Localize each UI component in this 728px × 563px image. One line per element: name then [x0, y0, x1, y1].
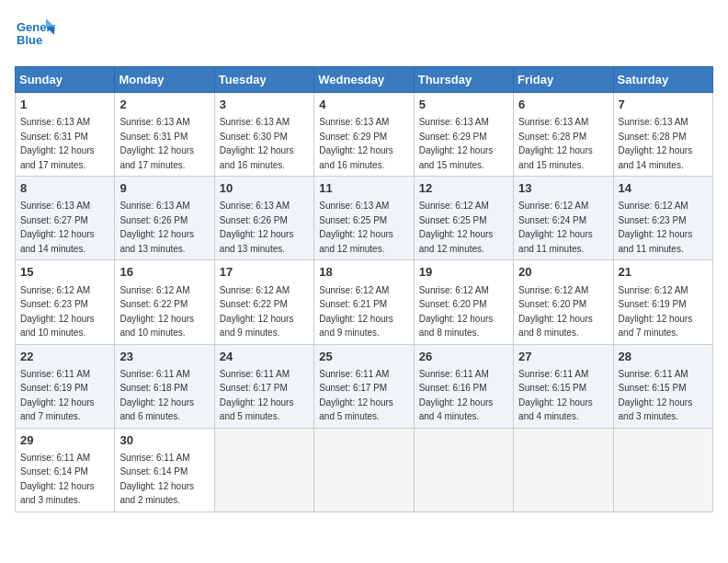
day-info: Sunrise: 6:12 AMSunset: 6:24 PMDaylight:… — [518, 201, 593, 254]
calendar-cell: 6 Sunrise: 6:13 AMSunset: 6:28 PMDayligh… — [514, 93, 613, 177]
day-info: Sunrise: 6:11 AMSunset: 6:14 PMDaylight:… — [119, 453, 194, 506]
day-info: Sunrise: 6:13 AMSunset: 6:29 PMDaylight:… — [319, 117, 393, 170]
calendar-cell — [613, 428, 712, 511]
calendar-cell: 27 Sunrise: 6:11 AMSunset: 6:15 PMDaylig… — [514, 344, 613, 428]
day-info: Sunrise: 6:12 AMSunset: 6:20 PMDaylight:… — [419, 285, 494, 339]
day-info: Sunrise: 6:12 AMSunset: 6:22 PMDaylight:… — [220, 285, 294, 339]
calendar-cell: 2 Sunrise: 6:13 AMSunset: 6:31 PMDayligh… — [115, 93, 214, 177]
calendar-cell — [514, 428, 613, 511]
day-info: Sunrise: 6:12 AMSunset: 6:19 PMDaylight:… — [619, 285, 693, 339]
calendar-table: SundayMondayTuesdayWednesdayThursdayFrid… — [15, 66, 713, 512]
col-header-thursday: Thursday — [414, 67, 513, 93]
calendar-cell: 15 Sunrise: 6:12 AMSunset: 6:23 PMDaylig… — [16, 260, 115, 344]
day-info: Sunrise: 6:11 AMSunset: 6:15 PMDaylight:… — [518, 369, 593, 422]
calendar-week-4: 29 Sunrise: 6:11 AMSunset: 6:14 PMDaylig… — [16, 428, 713, 511]
day-number: 28 — [619, 349, 708, 365]
day-number: 15 — [20, 264, 109, 281]
day-number: 14 — [619, 180, 708, 197]
day-number: 18 — [319, 264, 408, 281]
calendar-cell — [214, 428, 313, 511]
calendar-cell: 25 Sunrise: 6:11 AMSunset: 6:17 PMDaylig… — [314, 344, 414, 428]
day-number: 7 — [619, 97, 708, 113]
day-info: Sunrise: 6:13 AMSunset: 6:31 PMDaylight:… — [119, 117, 194, 170]
day-number: 12 — [419, 180, 508, 197]
calendar-cell: 10 Sunrise: 6:13 AMSunset: 6:26 PMDaylig… — [214, 177, 313, 260]
day-info: Sunrise: 6:12 AMSunset: 6:23 PMDaylight:… — [619, 201, 693, 254]
calendar-cell: 13 Sunrise: 6:12 AMSunset: 6:24 PMDaylig… — [514, 177, 613, 260]
day-number: 17 — [220, 264, 309, 281]
day-number: 13 — [518, 180, 608, 197]
calendar-cell: 11 Sunrise: 6:13 AMSunset: 6:25 PMDaylig… — [314, 177, 414, 260]
day-info: Sunrise: 6:12 AMSunset: 6:23 PMDaylight:… — [20, 285, 95, 339]
day-number: 1 — [20, 97, 109, 113]
day-info: Sunrise: 6:13 AMSunset: 6:26 PMDaylight:… — [220, 201, 294, 254]
calendar-header-row: SundayMondayTuesdayWednesdayThursdayFrid… — [16, 67, 713, 93]
calendar-cell: 30 Sunrise: 6:11 AMSunset: 6:14 PMDaylig… — [115, 428, 214, 511]
calendar-cell — [414, 428, 513, 511]
day-number: 11 — [319, 180, 408, 197]
day-info: Sunrise: 6:11 AMSunset: 6:14 PMDaylight:… — [20, 453, 95, 506]
day-number: 2 — [119, 97, 209, 113]
day-number: 9 — [119, 180, 209, 197]
calendar-cell: 29 Sunrise: 6:11 AMSunset: 6:14 PMDaylig… — [16, 428, 115, 511]
day-info: Sunrise: 6:13 AMSunset: 6:26 PMDaylight:… — [119, 201, 194, 254]
day-info: Sunrise: 6:12 AMSunset: 6:25 PMDaylight:… — [419, 201, 494, 254]
calendar-cell — [314, 428, 414, 511]
day-info: Sunrise: 6:13 AMSunset: 6:29 PMDaylight:… — [419, 117, 494, 170]
day-info: Sunrise: 6:11 AMSunset: 6:15 PMDaylight:… — [619, 369, 693, 422]
day-info: Sunrise: 6:13 AMSunset: 6:30 PMDaylight:… — [220, 117, 294, 170]
calendar-cell: 24 Sunrise: 6:11 AMSunset: 6:17 PMDaylig… — [214, 344, 313, 428]
calendar-week-0: 1 Sunrise: 6:13 AMSunset: 6:31 PMDayligh… — [16, 93, 713, 177]
calendar-week-3: 22 Sunrise: 6:11 AMSunset: 6:19 PMDaylig… — [16, 344, 713, 428]
day-number: 22 — [20, 349, 109, 365]
col-header-tuesday: Tuesday — [214, 67, 313, 93]
day-info: Sunrise: 6:13 AMSunset: 6:25 PMDaylight:… — [319, 201, 393, 254]
day-info: Sunrise: 6:13 AMSunset: 6:28 PMDaylight:… — [518, 117, 593, 170]
day-number: 23 — [119, 349, 209, 365]
day-info: Sunrise: 6:11 AMSunset: 6:19 PMDaylight:… — [20, 369, 95, 422]
day-number: 20 — [518, 264, 608, 281]
day-info: Sunrise: 6:11 AMSunset: 6:17 PMDaylight:… — [319, 369, 393, 422]
day-number: 30 — [119, 432, 209, 449]
col-header-monday: Monday — [115, 67, 214, 93]
calendar-cell: 28 Sunrise: 6:11 AMSunset: 6:15 PMDaylig… — [613, 344, 712, 428]
logo: General Blue — [15, 15, 55, 55]
day-number: 25 — [319, 349, 408, 365]
day-info: Sunrise: 6:12 AMSunset: 6:20 PMDaylight:… — [518, 285, 593, 339]
calendar-cell: 18 Sunrise: 6:12 AMSunset: 6:21 PMDaylig… — [314, 260, 414, 344]
calendar-cell: 3 Sunrise: 6:13 AMSunset: 6:30 PMDayligh… — [214, 93, 313, 177]
calendar-cell: 22 Sunrise: 6:11 AMSunset: 6:19 PMDaylig… — [16, 344, 115, 428]
calendar-cell: 1 Sunrise: 6:13 AMSunset: 6:31 PMDayligh… — [16, 93, 115, 177]
day-info: Sunrise: 6:12 AMSunset: 6:22 PMDaylight:… — [119, 285, 194, 339]
day-info: Sunrise: 6:12 AMSunset: 6:21 PMDaylight:… — [319, 285, 393, 339]
calendar-cell: 21 Sunrise: 6:12 AMSunset: 6:19 PMDaylig… — [613, 260, 712, 344]
col-header-sunday: Sunday — [16, 67, 115, 93]
col-header-wednesday: Wednesday — [314, 67, 414, 93]
day-number: 4 — [319, 97, 408, 113]
logo-svg: General Blue — [15, 15, 55, 55]
page-header: General Blue — [15, 15, 713, 55]
day-info: Sunrise: 6:11 AMSunset: 6:18 PMDaylight:… — [119, 369, 194, 422]
col-header-friday: Friday — [514, 67, 613, 93]
svg-text:Blue: Blue — [17, 33, 42, 47]
day-number: 3 — [220, 97, 309, 113]
calendar-week-2: 15 Sunrise: 6:12 AMSunset: 6:23 PMDaylig… — [16, 260, 713, 344]
calendar-cell: 9 Sunrise: 6:13 AMSunset: 6:26 PMDayligh… — [115, 177, 214, 260]
day-number: 19 — [419, 264, 508, 281]
day-number: 8 — [20, 180, 109, 197]
calendar-cell: 7 Sunrise: 6:13 AMSunset: 6:28 PMDayligh… — [613, 93, 712, 177]
day-number: 5 — [419, 97, 508, 113]
calendar-cell: 26 Sunrise: 6:11 AMSunset: 6:16 PMDaylig… — [414, 344, 513, 428]
day-number: 6 — [518, 97, 608, 113]
calendar-cell: 14 Sunrise: 6:12 AMSunset: 6:23 PMDaylig… — [613, 177, 712, 260]
day-info: Sunrise: 6:13 AMSunset: 6:28 PMDaylight:… — [619, 117, 693, 170]
day-number: 24 — [220, 349, 309, 365]
day-number: 27 — [518, 349, 608, 365]
day-number: 29 — [20, 432, 109, 449]
day-info: Sunrise: 6:11 AMSunset: 6:16 PMDaylight:… — [419, 369, 494, 422]
day-number: 10 — [220, 180, 309, 197]
day-info: Sunrise: 6:11 AMSunset: 6:17 PMDaylight:… — [220, 369, 294, 422]
day-number: 26 — [419, 349, 508, 365]
calendar-cell: 19 Sunrise: 6:12 AMSunset: 6:20 PMDaylig… — [414, 260, 513, 344]
day-number: 21 — [619, 264, 708, 281]
